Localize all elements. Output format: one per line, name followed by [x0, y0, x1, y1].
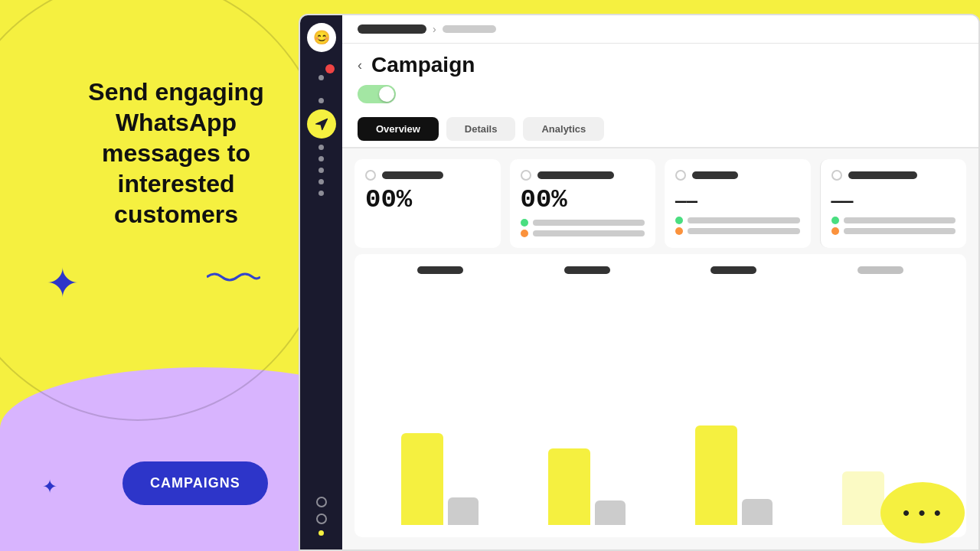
legend-item-5	[831, 217, 956, 224]
toggle-row	[342, 77, 978, 111]
chart-bar-yellow-2	[548, 448, 590, 525]
star-decoration: ✦	[46, 260, 80, 306]
send-icon	[314, 116, 329, 132]
tab-analytics[interactable]: Analytics	[523, 117, 604, 141]
stat-label-4	[848, 171, 917, 179]
stat-card-2-header	[521, 170, 645, 181]
logo-icon: 😊	[313, 29, 330, 46]
toggle-switch[interactable]	[358, 85, 396, 103]
legend-item-4	[675, 227, 800, 235]
legend-dot-green	[521, 219, 528, 227]
stat-legends-4	[831, 217, 956, 235]
chart-col-1	[367, 266, 514, 274]
legend-bar-3	[688, 217, 800, 223]
legend-item-2	[521, 230, 645, 237]
chart-labels	[367, 266, 954, 274]
chart-col-2	[514, 266, 661, 274]
chart-col-label-3	[710, 266, 756, 274]
chart-bar-gray-3	[742, 499, 773, 525]
legend-dot-orange	[521, 230, 528, 237]
hero-heading: Send engaging WhatsApp messages to inter…	[69, 77, 283, 230]
stat-value-4: ——	[831, 185, 956, 212]
chart-bar-yellow-3	[695, 425, 737, 525]
sidebar-dot-4	[318, 168, 324, 173]
chart-bar-gray-1	[448, 497, 479, 525]
chart-bar-group-2	[514, 403, 661, 525]
stat-card-3-header	[675, 170, 800, 181]
chart-section	[354, 254, 966, 537]
stat-label-1	[382, 171, 443, 179]
legend-item-1	[521, 219, 645, 227]
sidebar-bottom-circle-1[interactable]	[316, 497, 327, 507]
stat-value-2: 00%	[521, 185, 645, 214]
speech-bubble-decoration: • • •	[880, 482, 965, 543]
stat-label-3	[692, 171, 738, 179]
chart-bar-yellow-4	[842, 471, 884, 525]
tab-row: Overview Details Analytics	[342, 111, 978, 148]
legend-item-3	[675, 217, 800, 224]
sidebar-item-notifications[interactable]	[307, 63, 336, 92]
stat-legends-3	[675, 217, 800, 235]
chart-bars	[367, 282, 954, 525]
stat-value-3: ——	[675, 185, 800, 212]
stat-radio-3	[675, 170, 686, 181]
toggle-thumb	[379, 86, 394, 102]
breadcrumb-main	[358, 24, 426, 34]
stat-radio-1	[365, 170, 376, 181]
sidebar-dot-1	[318, 98, 324, 103]
tab-overview[interactable]: Overview	[358, 117, 439, 141]
sidebar-bottom-circle-2[interactable]	[316, 514, 327, 524]
app-window: 😊 ›	[299, 14, 980, 551]
sidebar-dot-3	[318, 156, 324, 161]
legend-bar-2	[533, 230, 645, 236]
chart-col-label-1	[417, 266, 463, 274]
sidebar-dot	[318, 75, 324, 80]
tab-details[interactable]: Details	[446, 117, 516, 141]
stat-radio-2	[521, 170, 531, 181]
chart-bar-group-1	[367, 403, 514, 525]
stats-row: 00% 00%	[342, 148, 978, 254]
star-small-decoration: ✦	[42, 476, 57, 497]
chart-bar-yellow-1	[401, 433, 443, 525]
chart-col-label-4	[858, 266, 903, 274]
sidebar: 😊	[300, 15, 342, 549]
chart-col-label-2	[564, 266, 610, 274]
sidebar-dot-2	[318, 145, 324, 150]
stat-radio-4	[831, 170, 842, 181]
stat-card-1-header	[365, 170, 490, 181]
main-content: › ‹ Campaign Overview Details Analytics	[342, 15, 978, 549]
page-title: Campaign	[371, 53, 475, 77]
sidebar-dot-5	[318, 179, 324, 184]
breadcrumb-separator: ›	[433, 23, 436, 35]
sidebar-bottom	[316, 497, 327, 542]
chart-col-4	[807, 266, 954, 274]
legend-bar-1	[533, 220, 645, 226]
legend-dot-orange-3	[831, 227, 839, 235]
page-header: ‹ Campaign	[342, 44, 978, 77]
breadcrumb-sub	[443, 25, 496, 33]
sidebar-bottom-dot-active[interactable]	[318, 530, 324, 536]
legend-bar-4	[688, 228, 800, 234]
stat-card-2: 00%	[510, 159, 656, 248]
stat-card-4: ——	[820, 159, 967, 248]
chart-bar-gray-2	[595, 500, 626, 525]
back-button[interactable]: ‹ Campaign	[358, 53, 963, 77]
back-arrow-icon: ‹	[358, 57, 362, 73]
legend-item-6	[831, 227, 956, 235]
stat-card-4-header	[831, 170, 956, 181]
chart-bar-group-3	[661, 403, 808, 525]
topbar: ›	[342, 15, 978, 44]
speech-bubble-dots: • • •	[903, 501, 942, 525]
legend-dot-green-3	[831, 217, 839, 224]
stat-card-1: 00%	[354, 159, 501, 248]
sidebar-item-campaigns[interactable]	[307, 109, 336, 139]
stat-legends-2	[521, 219, 645, 237]
sidebar-dot-6	[318, 191, 324, 196]
stat-label-2	[537, 171, 614, 179]
stat-value-1: 00%	[365, 185, 490, 214]
legend-dot-orange-2	[675, 227, 683, 235]
sidebar-logo[interactable]: 😊	[307, 23, 336, 52]
wavy-decoration	[207, 268, 260, 286]
notification-badge	[325, 64, 335, 73]
campaigns-button[interactable]: CAMPAIGNS	[122, 461, 268, 505]
